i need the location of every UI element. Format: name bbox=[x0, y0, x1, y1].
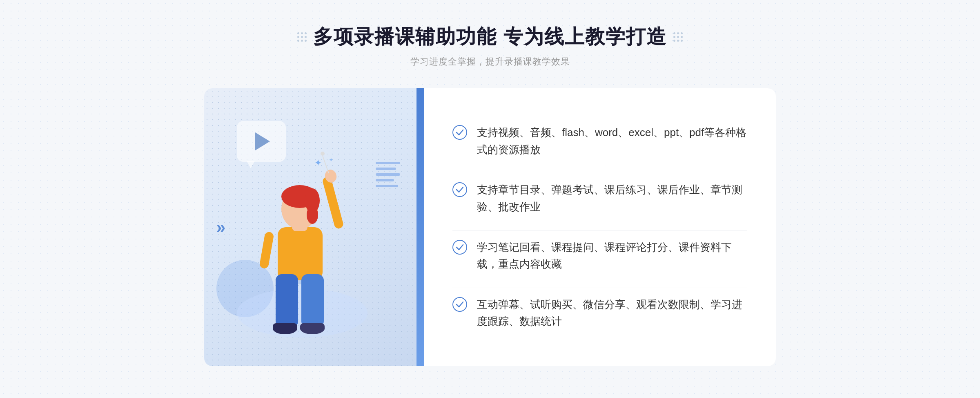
svg-point-23 bbox=[453, 297, 467, 311]
svg-point-17 bbox=[321, 152, 325, 156]
svg-rect-15 bbox=[300, 323, 325, 331]
person-illustration: ✦ ✦ bbox=[225, 137, 380, 366]
feature-text-3: 学习笔记回看、课程提问、课程评论打分、课件资料下载，重点内容收藏 bbox=[477, 239, 747, 273]
illustration-card: ✦ ✦ bbox=[204, 88, 416, 366]
check-icon-2 bbox=[452, 182, 467, 197]
svg-point-21 bbox=[453, 183, 467, 197]
svg-line-16 bbox=[323, 156, 329, 173]
svg-rect-11 bbox=[301, 274, 324, 327]
dots-decoration-left bbox=[297, 32, 307, 42]
feature-text-1: 支持视频、音频、flash、word、excel、ppt、pdf等各种格式的资源… bbox=[477, 124, 747, 158]
header-section: 多项录播课辅助功能 专为线上教学打造 学习进度全掌握，提升录播课教学效果 bbox=[297, 24, 682, 68]
svg-rect-10 bbox=[276, 274, 298, 327]
main-title: 多项录播课辅助功能 专为线上教学打造 bbox=[313, 24, 666, 50]
svg-point-6 bbox=[307, 206, 318, 224]
svg-rect-13 bbox=[273, 323, 297, 331]
title-row: 多项录播课辅助功能 专为线上教学打造 bbox=[297, 24, 682, 50]
svg-text:✦: ✦ bbox=[329, 157, 334, 163]
dots-decoration-right bbox=[673, 32, 683, 42]
check-icon-3 bbox=[452, 240, 467, 255]
blue-connector-bar bbox=[416, 88, 424, 366]
feature-item-1: 支持视频、音频、flash、word、excel、ppt、pdf等各种格式的资源… bbox=[452, 116, 747, 166]
feature-item-4: 互动弹幕、试听购买、微信分享、观看次数限制、学习进度跟踪、数据统计 bbox=[452, 288, 747, 338]
feature-text-4: 互动弹幕、试听购买、微信分享、观看次数限制、学习进度跟踪、数据统计 bbox=[477, 296, 747, 330]
check-icon-1 bbox=[452, 125, 467, 140]
feature-item-2: 支持章节目录、弹题考试、课后练习、课后作业、章节测验、批改作业 bbox=[452, 173, 747, 224]
svg-point-22 bbox=[453, 240, 467, 254]
content-wrapper: » bbox=[204, 88, 776, 366]
check-icon-4 bbox=[452, 297, 467, 312]
svg-rect-7 bbox=[322, 176, 344, 229]
page-wrapper: 多项录播课辅助功能 专为线上教学打造 学习进度全掌握，提升录播课教学效果 » bbox=[0, 0, 980, 398]
feature-text-2: 支持章节目录、弹题考试、课后练习、课后作业、章节测验、批改作业 bbox=[477, 181, 747, 215]
svg-rect-9 bbox=[259, 231, 274, 269]
content-section: ✦ ✦ 支持视频、音频、flash、word、excel、ppt、pdf等各种格… bbox=[204, 88, 776, 366]
svg-text:✦: ✦ bbox=[314, 158, 322, 168]
feature-item-3: 学习笔记回看、课程提问、课程评论打分、课件资料下载，重点内容收藏 bbox=[452, 230, 747, 281]
subtitle: 学习进度全掌握，提升录播课教学效果 bbox=[297, 56, 682, 68]
svg-point-20 bbox=[453, 125, 467, 139]
svg-rect-1 bbox=[278, 227, 323, 280]
features-card: 支持视频、音频、flash、word、excel、ppt、pdf等各种格式的资源… bbox=[424, 88, 776, 366]
left-arrow-decoration: » bbox=[216, 218, 225, 237]
